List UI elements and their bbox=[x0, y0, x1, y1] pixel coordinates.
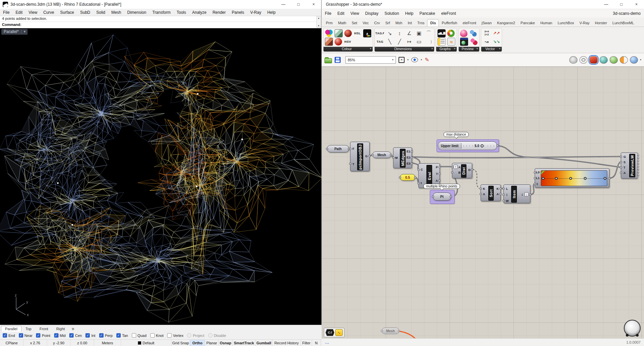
checkbox-mid-checked[interactable]: ✓ bbox=[54, 333, 59, 338]
rhino-menu-tools[interactable]: Tools bbox=[174, 9, 189, 16]
osnap-near[interactable]: ✓Near bbox=[19, 333, 33, 338]
checkbox-point-checked[interactable]: ✓ bbox=[36, 333, 40, 338]
osnap-perp[interactable]: ✓Perp bbox=[99, 333, 113, 338]
graph-legend-icon[interactable] bbox=[438, 38, 446, 46]
gradient-grip[interactable] bbox=[584, 177, 586, 180]
group-label-dimensions[interactable]: Dimensions bbox=[375, 47, 434, 51]
viewport-tab-parallel[interactable]: Parallel bbox=[1, 326, 22, 332]
dim-vert-icon[interactable] bbox=[395, 29, 404, 37]
gh-tab-v-ray[interactable]: V-Ray bbox=[577, 20, 592, 27]
disp-teal-icon[interactable] bbox=[600, 56, 608, 64]
scroll-up-icon[interactable]: ▲ bbox=[317, 17, 320, 19]
scan-mesh-canvas[interactable] bbox=[0, 28, 321, 325]
gh-menu-help[interactable]: Help bbox=[402, 10, 417, 17]
cmy-venn-icon[interactable] bbox=[325, 29, 333, 37]
gh-tab-prm[interactable]: Prm bbox=[323, 20, 335, 27]
status-planar[interactable]: Planar bbox=[205, 340, 219, 346]
rhino-viewport[interactable]: Parallel* ▼ z y x bbox=[0, 28, 321, 325]
status-cplane[interactable]: CPlane bbox=[0, 340, 24, 346]
add-viewport-icon[interactable]: ✚ bbox=[69, 326, 77, 332]
sketch-pen-icon[interactable]: ✎ bbox=[425, 57, 429, 63]
disp-green-icon[interactable] bbox=[610, 56, 618, 64]
status-meters[interactable]: Meters bbox=[94, 340, 121, 346]
dim-box-icon[interactable] bbox=[415, 29, 423, 37]
gradient-grip[interactable] bbox=[542, 177, 544, 180]
save-file-icon[interactable] bbox=[335, 57, 341, 63]
gh-tab-horster[interactable]: Horster bbox=[592, 20, 610, 27]
dim-curve-icon[interactable] bbox=[425, 29, 433, 37]
rhino-menu-transform[interactable]: Transform bbox=[149, 9, 174, 16]
gh-maximize-button[interactable]: □ bbox=[614, 0, 629, 9]
icon-tag[interactable]: TAG✗ bbox=[376, 29, 384, 37]
rhino-menu-help[interactable]: Help bbox=[264, 9, 279, 16]
cluster-widget[interactable]: C:/ ∿ bbox=[324, 328, 344, 337]
status-z-0-00[interactable]: z 0.00 bbox=[71, 340, 94, 346]
component-medges[interactable]: MEdges M E1 E2 E3 bbox=[393, 147, 412, 168]
gh-tab-math[interactable]: Math bbox=[335, 20, 349, 27]
status-grid-snap[interactable]: Grid Snap bbox=[172, 340, 190, 346]
dots-pink-icon[interactable] bbox=[470, 38, 478, 46]
checkbox-near-checked[interactable]: ✓ bbox=[19, 333, 23, 338]
gh-tab-crv[interactable]: Crv bbox=[372, 20, 383, 27]
gh-tab-dis[interactable]: Dis bbox=[427, 19, 439, 27]
zoom-combobox[interactable]: 85% ▾ bbox=[345, 56, 396, 64]
component-previewlw[interactable]: PreviewLW G S T A bbox=[621, 152, 638, 179]
status-record-history[interactable]: Record History bbox=[272, 340, 301, 346]
osnap-cen[interactable]: ✓Cen bbox=[69, 333, 82, 338]
arrows-red-icon[interactable] bbox=[492, 29, 500, 37]
gem-icon[interactable] bbox=[460, 30, 467, 37]
dim-win-icon[interactable] bbox=[415, 38, 423, 46]
gh-menu-edit[interactable]: Edit bbox=[334, 10, 347, 17]
group-label-preview[interactable]: Preview bbox=[459, 47, 479, 51]
gh-menu-view[interactable]: View bbox=[347, 10, 362, 17]
command-input[interactable]: Command: ▲▼ bbox=[0, 22, 321, 28]
viewport-tab-front[interactable]: Front bbox=[35, 326, 52, 332]
viewport-title-dropdown[interactable]: Parallel* ▼ bbox=[1, 29, 28, 35]
checkbox-perp-checked[interactable]: ✓ bbox=[99, 333, 104, 338]
osnap-point[interactable]: ✓Point bbox=[36, 333, 50, 338]
dots-blue-icon[interactable] bbox=[469, 29, 477, 37]
rhino-titlebar[interactable]: 3d-scan-demo.3dm (13 MB) - Rhino 7 Educa… bbox=[0, 0, 321, 9]
command-scrollbar[interactable]: ▲▼ bbox=[316, 16, 321, 28]
gradient-grip[interactable] bbox=[555, 177, 558, 180]
component-sort[interactable]: Sort K A K A bbox=[481, 184, 501, 201]
icon-hsv[interactable]: HSV bbox=[344, 38, 352, 46]
rhino-menu-render[interactable]: Render bbox=[210, 9, 229, 16]
ball-darkred-icon[interactable] bbox=[344, 30, 352, 37]
gh-menu-elefront[interactable]: eleFront bbox=[438, 10, 459, 17]
rhino-menu-solid[interactable]: Solid bbox=[93, 9, 108, 16]
vec-path-icon[interactable] bbox=[483, 38, 491, 46]
dim-arc-icon[interactable] bbox=[425, 38, 433, 46]
checkbox-disable-unchecked[interactable] bbox=[208, 333, 213, 338]
rhino-menu-panels[interactable]: Panels bbox=[229, 9, 247, 16]
viewport-tab-top[interactable]: Top bbox=[22, 326, 36, 332]
disp-ghost-icon[interactable] bbox=[569, 56, 577, 64]
disp-half-icon[interactable] bbox=[620, 56, 628, 64]
gh-tab-pancake[interactable]: Pancake bbox=[518, 20, 538, 27]
reverse-icon[interactable]: ↓ bbox=[524, 192, 529, 197]
gh-tab-kangaroo2[interactable]: Kangaroo2 bbox=[494, 20, 518, 27]
gh-tab-elefront[interactable]: eleFront bbox=[460, 20, 479, 27]
rhino-menu-analyze[interactable]: Analyze bbox=[189, 9, 210, 16]
osnap-int[interactable]: ✓Int bbox=[85, 333, 95, 338]
prism-icon[interactable] bbox=[363, 29, 371, 37]
group-label-colour[interactable]: Colour bbox=[324, 47, 373, 51]
sketch-icon[interactable]: ∿ bbox=[335, 329, 343, 336]
param-mesh-ghost[interactable]: Mesh bbox=[382, 327, 399, 334]
osnap-vertex[interactable]: Vertex bbox=[167, 333, 183, 338]
osnap-disable[interactable]: Disable bbox=[208, 333, 226, 338]
scroll-down-icon[interactable]: ▼ bbox=[317, 25, 320, 27]
checkbox-int-checked[interactable]: ✓ bbox=[85, 333, 90, 338]
chevron-down-icon[interactable]: ▾ bbox=[407, 58, 409, 61]
status-n[interactable]: N bbox=[312, 340, 321, 346]
canvas-compass[interactable] bbox=[624, 320, 641, 337]
gh-tab-msh[interactable]: Msh bbox=[393, 20, 405, 27]
osnap-mid[interactable]: ✓Mid bbox=[54, 333, 66, 338]
gh-close-button[interactable]: × bbox=[629, 0, 644, 9]
graph-squiggle-icon[interactable] bbox=[447, 38, 455, 46]
dim-angle-icon[interactable] bbox=[405, 29, 413, 37]
dim-diag-icon[interactable] bbox=[386, 29, 394, 37]
gh-menu-pancake[interactable]: Pancake bbox=[416, 10, 438, 17]
group-label-vector[interactable]: Vector bbox=[481, 47, 502, 51]
status-osnap[interactable]: Osnap bbox=[219, 340, 233, 346]
